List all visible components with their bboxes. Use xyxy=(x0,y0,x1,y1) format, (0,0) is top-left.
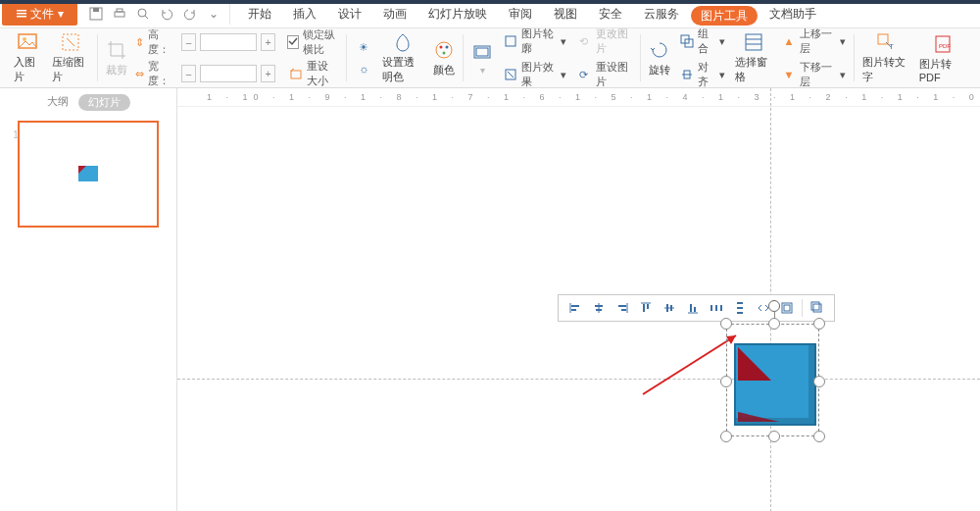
outline-tab[interactable]: 大纲 xyxy=(47,94,69,111)
bring-forward-button[interactable]: ▲ 上移一层▾ xyxy=(780,26,848,56)
tab-slideshow[interactable]: 幻灯片放映 xyxy=(418,0,497,27)
align-button[interactable]: 对齐▾ xyxy=(678,60,727,89)
svg-point-7 xyxy=(138,9,146,17)
pic-style-gallery[interactable]: ▾ xyxy=(469,41,495,76)
file-label: 文件 xyxy=(30,6,54,23)
redo-icon[interactable] xyxy=(182,6,198,22)
height-plus[interactable]: + xyxy=(261,33,275,51)
select-pane-icon xyxy=(743,31,764,53)
tab-view[interactable]: 视图 xyxy=(544,0,587,27)
tab-review[interactable]: 审阅 xyxy=(499,0,542,27)
save-icon[interactable] xyxy=(88,6,104,22)
change-pic-label: 更改图片 xyxy=(596,26,632,56)
tab-cloud[interactable]: 云服务 xyxy=(634,0,689,27)
style-icon xyxy=(471,41,493,63)
group-arrange: 旋转 组合▾ 对齐▾ 选择窗格 ▲ 上移一层▾ ▼ 下移一层▾ xyxy=(641,34,855,81)
compress-icon xyxy=(60,31,81,53)
insert-picture-button[interactable]: 入图片 xyxy=(12,31,44,84)
handle-right[interactable] xyxy=(813,376,825,387)
rotate-handle[interactable] xyxy=(768,300,780,312)
handle-left[interactable] xyxy=(720,376,732,387)
align-top-icon[interactable] xyxy=(637,299,655,317)
tab-security[interactable]: 安全 xyxy=(589,0,632,27)
distribute-v-icon[interactable] xyxy=(731,299,749,317)
tab-start[interactable]: 开始 xyxy=(238,0,281,27)
slide-editor[interactable]: 1 · 10 · 1 · 9 · 1 · 8 · 1 · 7 · 1 · 6 ·… xyxy=(177,88,980,511)
print-preview-icon[interactable] xyxy=(135,6,151,22)
rotate-icon xyxy=(649,39,670,61)
tab-animation[interactable]: 动画 xyxy=(373,0,416,27)
compress-picture-button[interactable]: 压缩图片 xyxy=(50,31,91,84)
undo-icon[interactable] xyxy=(159,6,174,22)
file-menu-button[interactable]: 文件 ▾ xyxy=(2,2,77,26)
slide-thumbnail-1[interactable] xyxy=(18,121,159,228)
select-pane-button[interactable]: 选择窗格 xyxy=(733,31,774,84)
align-bottom-icon[interactable] xyxy=(684,299,702,317)
handle-top-right[interactable] xyxy=(813,318,825,330)
bring-forward-icon: ▲ xyxy=(782,32,797,50)
chevron-down-icon: ▾ xyxy=(719,69,725,81)
guide-horizontal xyxy=(177,379,980,380)
crop-tool-icon[interactable] xyxy=(808,299,826,317)
crop-button[interactable]: 裁剪 xyxy=(104,39,129,77)
color-button[interactable]: 颜色 xyxy=(431,39,457,77)
checkbox-icon xyxy=(287,35,299,49)
effect-icon xyxy=(503,66,517,83)
print-icon[interactable] xyxy=(112,6,127,22)
pic-effect-button[interactable]: 图片效果▾ xyxy=(501,60,568,89)
handle-bottom-right[interactable] xyxy=(813,431,825,442)
distribute-h-icon[interactable] xyxy=(708,299,725,317)
color-icon xyxy=(433,39,455,61)
slides-tab[interactable]: 幻灯片 xyxy=(78,94,130,111)
change-pic-button[interactable]: ⟲ 更改图片 xyxy=(574,26,633,56)
svg-rect-56 xyxy=(737,312,743,314)
transparent-icon xyxy=(392,31,414,53)
reset-size-label: 重设大小 xyxy=(307,59,338,88)
align-right-icon[interactable] xyxy=(613,299,631,317)
align-center-h-icon[interactable] xyxy=(590,299,608,317)
reset-pic-button[interactable]: ⟳ 重设图片 xyxy=(574,60,633,89)
brightness-down[interactable]: ☼ xyxy=(353,60,374,77)
handle-bottom-left[interactable] xyxy=(720,431,732,442)
svg-rect-53 xyxy=(720,305,722,311)
tab-doc-helper[interactable]: 文档助手 xyxy=(760,0,826,27)
reset-size-button[interactable]: 重设大小 xyxy=(287,59,340,88)
selected-picture[interactable] xyxy=(726,324,819,436)
svg-rect-52 xyxy=(715,305,717,311)
rotate-button[interactable]: 旋转 xyxy=(647,39,672,77)
width-plus[interactable]: + xyxy=(261,65,275,82)
group-button[interactable]: 组合▾ xyxy=(678,26,727,56)
pic-to-pdf-button[interactable]: PDF 图片转PDF xyxy=(917,33,968,83)
set-transparent-button[interactable]: 设置透明色 xyxy=(380,31,425,84)
height-label: 高度： xyxy=(148,27,177,57)
brightness-up[interactable]: ☀ xyxy=(353,38,374,56)
handle-top-left[interactable] xyxy=(720,318,732,330)
svg-rect-60 xyxy=(811,302,819,310)
pic-to-text-button[interactable]: T 图片转文字 xyxy=(860,31,911,84)
group-insert: 入图片 压缩图片 xyxy=(6,34,98,81)
align-middle-v-icon[interactable] xyxy=(661,299,678,317)
handle-bottom[interactable] xyxy=(768,431,780,442)
handle-top[interactable] xyxy=(768,318,780,330)
wrap-icon[interactable] xyxy=(778,299,796,317)
svg-rect-34 xyxy=(571,305,579,307)
tab-picture-tools[interactable]: 图片工具 xyxy=(691,6,758,26)
svg-rect-35 xyxy=(571,309,576,311)
tab-insert[interactable]: 插入 xyxy=(283,0,326,27)
tab-design[interactable]: 设计 xyxy=(328,0,371,27)
more-icon[interactable]: ⌄ xyxy=(206,6,221,22)
style-more: ▾ xyxy=(480,65,485,76)
group-size: 裁剪 ⇕ 高度： – + ⇔ 宽度： – + 锁定纵 xyxy=(98,34,347,81)
lock-ratio-checkbox[interactable]: 锁定纵横比 xyxy=(287,27,340,57)
svg-rect-47 xyxy=(670,305,672,311)
svg-line-21 xyxy=(508,72,514,77)
pic-outline-button[interactable]: 图片轮廓▾ xyxy=(501,26,568,56)
height-input[interactable] xyxy=(200,33,257,51)
svg-rect-18 xyxy=(476,48,488,56)
width-input[interactable] xyxy=(200,65,257,82)
height-minus[interactable]: – xyxy=(181,33,196,51)
width-minus[interactable]: – xyxy=(181,65,196,82)
crop-label: 裁剪 xyxy=(106,63,127,77)
align-left-icon[interactable] xyxy=(566,299,584,317)
send-backward-button[interactable]: ▼ 下移一层▾ xyxy=(780,60,848,89)
